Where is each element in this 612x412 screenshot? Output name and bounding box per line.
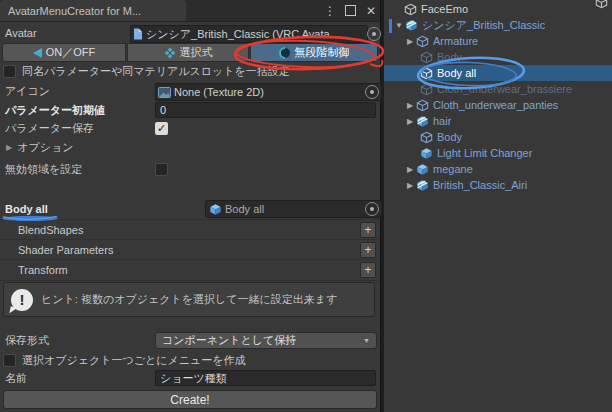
hierarchy-item-label: シンシア_British_Classic [422,18,545,33]
hierarchy-item-label: Armature [433,35,478,47]
mode-select-button[interactable]: 選択式 [127,43,249,62]
onoff-icon [33,48,42,58]
prefab-variant-cube-icon [405,19,418,32]
cube-icon [420,51,433,64]
hint-text: ヒント: 複数のオブジェクトを選択して一緒に設定出来ます [41,292,337,307]
window-tab-bar: AvatarMenuCreator for M... ⋮ ✕ [0,0,380,22]
prefab-cube-icon [416,163,429,176]
category-row-transform: Transform + [0,259,380,281]
hierarchy-item-label: Body all [437,67,476,79]
hierarchy-item-label: Cloth_underwear_panties [433,99,558,111]
name-label: 名前 [0,371,27,386]
hierarchy-item-faceemo[interactable]: FaceEmo [384,1,612,17]
batch-set-checkbox[interactable] [3,65,16,78]
info-icon: ! [11,289,33,311]
hierarchy-item-british-classic-airi[interactable]: ▶ British_Classic_Airi [384,177,612,193]
object-picker-icon[interactable] [365,85,379,99]
cube-icon [416,35,429,48]
per-object-row: 選択オブジェクト一つごとにメニューを作成 [0,353,380,368]
mode-select-label: 選択式 [180,45,213,60]
hierarchy-item-cloth-underwear-brassiere[interactable]: Cloth_underwear_brassiere [384,81,612,97]
hierarchy-item-label: hair [433,115,451,127]
icon-object-field[interactable]: None (Texture 2D) [155,83,382,101]
param-default-input[interactable] [155,102,376,118]
mode-onoff-button[interactable]: ON／OFF [2,43,126,62]
hierarchy-item-label: Body_ [437,51,468,63]
category-row-shader: Shader Parameters + [0,239,380,260]
prefab-variant-cube-icon [416,115,429,128]
add-blendshape-button[interactable]: + [360,222,376,238]
hierarchy-item-body-underscore[interactable]: Body_ [384,49,612,65]
plus-icon: + [364,243,371,257]
param-save-checkbox[interactable]: ✓ [155,122,168,135]
cube-icon [404,3,417,16]
options-label: オプション [17,140,73,155]
param-save-row: パラメーター保存 ✓ [0,120,380,136]
hierarchy-item-label: Cloth_underwear_brassiere [437,83,572,95]
hierarchy-panel: FaceEmo ▼ シンシア_British_Classic ▶ Armatur… [384,0,612,412]
name-input[interactable] [155,370,376,386]
hint-box: ! ヒント: 複数のオブジェクトを選択して一緒に設定出来ます [3,282,375,317]
add-shader-parameter-button[interactable]: + [360,242,376,258]
per-object-checkbox[interactable] [3,354,16,367]
expand-arrow-icon[interactable]: ▶ [404,165,416,174]
window-tab[interactable]: AvatarMenuCreator for M... [0,0,186,21]
hierarchy-item-body[interactable]: Body [384,129,612,145]
avatar-object-field[interactable]: シンシア_British_Classic (VRC Avata [130,25,368,43]
prefab-cube-icon [420,147,433,160]
hierarchy-item-body-all[interactable]: Body all [384,65,612,81]
chevron-down-icon: ▼ [363,337,370,344]
avatar-menu-creator-window: AvatarMenuCreator for M... ⋮ ✕ Avatar シン… [0,0,381,412]
save-format-dropdown[interactable]: コンポーネントとして保持 ▼ [155,332,377,349]
shader-parameters-label: Shader Parameters [0,244,113,256]
icon-label: アイコン [0,84,50,99]
cube-icon [420,131,433,144]
target-object-field[interactable]: Body all [205,200,382,218]
expand-arrow-icon[interactable]: ▶ [404,117,416,126]
expand-arrow-icon[interactable]: ▶ [404,37,416,46]
options-foldout[interactable]: ▶ オプション [0,139,380,155]
transform-label: Transform [0,264,68,276]
cube-icon [416,99,429,112]
foldout-arrow-icon: ▶ [6,143,12,152]
save-format-label: 保存形式 [0,333,49,348]
select-mode-icon [164,47,176,59]
script-icon [133,28,143,40]
add-transform-button[interactable]: + [360,262,376,278]
window-menu-icon[interactable]: ⋮ [324,4,335,18]
disabled-region-row: 無効領域を設定 [0,161,380,177]
expand-arrow-icon[interactable]: ▼ [393,21,405,30]
mode-onoff-label: ON／OFF [46,45,96,60]
target-object-title: Body all [0,203,48,215]
hierarchy-item-cloth-underwear-panties[interactable]: ▶ Cloth_underwear_panties [384,97,612,113]
mode-radial-button[interactable]: 無段階制御 [250,43,378,62]
batch-set-label: 同名パラメーターや同マテリアルスロットを一括設定 [16,64,290,79]
hierarchy-item-hair[interactable]: ▶ hair [384,113,612,129]
category-row-blendshapes: BlendShapes + [0,219,380,240]
object-picker-icon[interactable] [365,202,379,216]
expand-arrow-icon[interactable]: ▶ [404,101,416,110]
icon-object-value: None (Texture 2D) [174,86,363,98]
hierarchy-item-armature[interactable]: ▶ Armature [384,33,612,49]
mode-radial-label: 無段階制御 [295,45,350,60]
disabled-region-checkbox[interactable] [155,163,168,176]
close-icon[interactable]: ✕ [366,4,376,18]
create-button-label: Create! [170,393,209,407]
create-button[interactable]: Create! [3,390,377,409]
param-save-label: パラメーター保存 [0,121,155,136]
hierarchy-item-cynthia-british-classic[interactable]: ▼ シンシア_British_Classic [384,17,612,33]
cube-icon [420,83,433,96]
batch-set-row: 同名パラメーターや同マテリアルスロットを一括設定 [0,64,380,79]
radial-mode-icon [279,47,291,59]
cube-icon [420,67,433,80]
window-controls: ⋮ ✕ [324,0,376,21]
prefab-variant-cube-icon [416,179,429,192]
hierarchy-item-megane[interactable]: ▶ megane [384,161,612,177]
param-default-label: パラメーター初期値 [0,103,105,118]
object-picker-icon[interactable] [367,27,381,41]
expand-arrow-icon[interactable]: ▶ [404,181,416,190]
hierarchy-item-label: Light Limit Changer [437,147,532,159]
hierarchy-item-light-limit-changer[interactable]: Light Limit Changer [384,145,612,161]
save-format-value: コンポーネントとして保持 [162,333,296,348]
maximize-icon[interactable] [345,5,356,16]
